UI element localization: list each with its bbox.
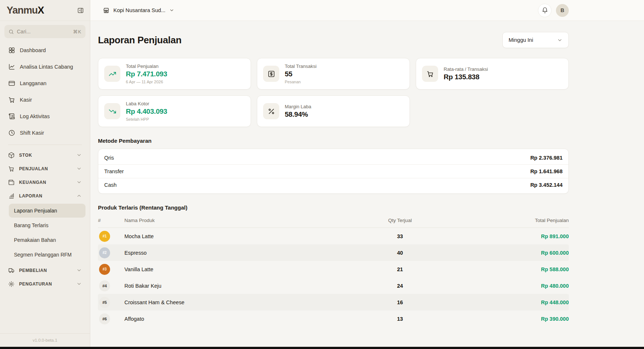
payment-row-transfer: Transfer Rp 1.641.968	[98, 164, 568, 178]
sidebar-section-label: LAPORAN	[19, 193, 43, 199]
column-header-qty: Qty Terjual	[371, 218, 429, 223]
rank-badge: #4	[99, 280, 110, 291]
payment-method-label: Cash	[104, 182, 117, 188]
product-total: Rp 448.000	[429, 299, 569, 305]
product-total: Rp 600.000	[429, 250, 569, 256]
sidebar-subitem-segmen-pelanggan-rfm[interactable]: Segmen Pelanggan RFM	[9, 248, 85, 262]
stat-body: Margin Laba 58.94%	[285, 104, 311, 119]
sidebar-item-dashboard[interactable]: Dashboard	[4, 43, 85, 58]
table-header: # Nama Produk Qty Terjual Total Penjuala…	[98, 215, 569, 228]
chart-column-icon	[8, 193, 15, 199]
sidebar-section-label: PENJUALAN	[19, 166, 48, 171]
stat-value: Rp 135.838	[444, 73, 488, 81]
app-version: v1.0.0-beta.1	[0, 333, 90, 347]
chevron-down-icon	[76, 268, 82, 273]
products-section-title: Produk Terlaris (Rentang Tanggal)	[98, 204, 569, 211]
stat-card-total-penjualan: Total Penjualan Rp 7.471.093 6 Apr — 11 …	[98, 58, 251, 90]
product-qty: 24	[371, 283, 429, 289]
sidebar-item-langganan[interactable]: Langganan	[4, 76, 85, 91]
stat-card-laba-kotor: Laba Kotor Rp 4.403.093 Setelah HPP	[98, 95, 251, 127]
stat-body: Total Transaksi 55 Pesanan	[285, 63, 317, 84]
sidebar: YanmuX ⌘K Dashboard Analisa Lintas Caban…	[0, 0, 90, 347]
sidebar-subitem-barang-terlaris[interactable]: Barang Terlaris	[9, 218, 85, 232]
sidebar-subitem-pemakaian-bahan[interactable]: Pemakaian Bahan	[9, 233, 85, 247]
product-name: Roti Bakar Keju	[124, 283, 371, 289]
notifications-button[interactable]	[538, 4, 552, 17]
stat-body: Rata-rata / Transaksi Rp 135.838	[444, 66, 488, 81]
truck-icon	[8, 267, 15, 274]
chevron-down-icon	[169, 8, 174, 13]
sidebar-collapse-button[interactable]	[77, 7, 84, 14]
top-products-table: # Nama Produk Qty Terjual Total Penjuala…	[98, 215, 569, 327]
stat-subtext: 6 Apr — 11 Apr 2026	[126, 80, 167, 84]
stat-label: Rata-rata / Transaksi	[444, 66, 488, 72]
logo-text-accent: X	[38, 5, 44, 16]
chevron-down-icon	[76, 281, 82, 287]
stats-grid: Total Penjualan Rp 7.471.093 6 Apr — 11 …	[98, 58, 569, 127]
search-input[interactable]	[17, 29, 70, 34]
period-filter-select[interactable]: Minggu Ini	[502, 32, 569, 48]
sidebar-divider	[8, 145, 82, 145]
payment-method-value: Rp 2.376.981	[530, 155, 563, 161]
sidebar-item-shift-kasir[interactable]: Shift Kasir	[4, 125, 85, 140]
sidebar-section-keuangan[interactable]: KEUANGAN	[4, 176, 85, 189]
rank-badge: #2	[99, 247, 110, 258]
sidebar-item-analisa-lintas-cabang[interactable]: Analisa Lintas Cabang	[4, 59, 85, 74]
stat-value: Rp 4.403.093	[126, 108, 167, 116]
payment-row-cash: Cash Rp 3.452.144	[98, 178, 568, 192]
stat-value: Rp 7.471.093	[126, 70, 167, 78]
column-header-name: Nama Produk	[124, 218, 371, 223]
product-name: Mocha Latte	[124, 233, 371, 239]
bell-icon	[542, 7, 548, 14]
table-row-affogato: #6 Affogato 13 Rp 390.000	[98, 310, 569, 327]
sidebar-section-pengaturan[interactable]: PENGATURAN	[4, 277, 85, 290]
store-selector[interactable]: Kopi Nusantara Sud...	[103, 7, 174, 14]
rank-badge: #5	[99, 297, 110, 308]
sidebar-section-pembelian[interactable]: PEMBELIAN	[4, 264, 85, 277]
search-shortcut: ⌘K	[73, 29, 81, 34]
main-content: Laporan Penjualan Minggu Ini Total Penju…	[90, 21, 644, 347]
sidebar-item-label: Dashboard	[20, 47, 46, 53]
sidebar-item-kasir[interactable]: Kasir	[4, 92, 85, 107]
trend-up-icon	[104, 66, 120, 82]
sidebar-item-log-aktivitas[interactable]: Log Aktivitas	[4, 109, 85, 124]
sidebar-item-label: Shift Kasir	[20, 130, 44, 136]
sidebar-section-stok[interactable]: STOK	[4, 149, 85, 161]
page-title: Laporan Penjualan	[98, 34, 182, 46]
period-filter-value: Minggu Ini	[509, 37, 533, 43]
credit-card-icon	[8, 80, 15, 87]
stat-label: Total Transaksi	[285, 63, 317, 69]
payment-method-value: Rp 1.641.968	[530, 168, 563, 174]
user-avatar[interactable]: B	[556, 4, 569, 17]
product-qty: 33	[371, 233, 429, 239]
product-total: Rp 390.000	[429, 316, 569, 322]
payment-method-value: Rp 3.452.144	[530, 182, 563, 188]
table-row-croissant-ham-cheese: #5 Croissant Ham & Cheese 16 Rp 448.000	[98, 294, 569, 310]
payment-row-qris: Qris Rp 2.376.981	[98, 151, 568, 164]
product-name: Vanilla Latte	[124, 266, 371, 272]
sidebar-subitem-laporan-penjualan[interactable]: Laporan Penjualan	[9, 204, 85, 218]
sidebar-section-label: STOK	[19, 153, 32, 158]
sidebar-item-label: Log Aktivitas	[20, 113, 50, 119]
app-logo: YanmuX	[7, 5, 44, 16]
sidebar-logo-row: YanmuX	[0, 0, 90, 21]
rank-badge: #3	[99, 264, 110, 275]
product-name: Croissant Ham & Cheese	[124, 299, 371, 305]
grid-icon	[8, 47, 15, 54]
product-qty: 21	[371, 266, 429, 272]
app-window: YanmuX ⌘K Dashboard Analisa Lintas Caban…	[0, 0, 644, 347]
sidebar-nav-sections: STOK PENJUALAN KEUANGAN LAPORAN Laporan …	[0, 149, 90, 291]
sidebar-section-laporan[interactable]: LAPORAN	[4, 189, 85, 202]
rank-badge: #1	[99, 231, 110, 242]
sidebar-search[interactable]: ⌘K	[4, 25, 85, 38]
sidebar-section-label: KEUANGAN	[19, 180, 46, 185]
cart-icon	[8, 166, 15, 172]
bottom-strip	[0, 347, 644, 349]
trend-down-icon	[104, 103, 120, 119]
table-row-vanilla-latte: #3 Vanilla Latte 21 Rp 588.000	[98, 261, 569, 277]
gear-icon	[8, 281, 15, 287]
product-total: Rp 588.000	[429, 266, 569, 272]
sidebar-section-penjualan[interactable]: PENJUALAN	[4, 162, 85, 175]
product-qty: 16	[371, 299, 429, 305]
chevron-down-icon	[76, 152, 82, 158]
